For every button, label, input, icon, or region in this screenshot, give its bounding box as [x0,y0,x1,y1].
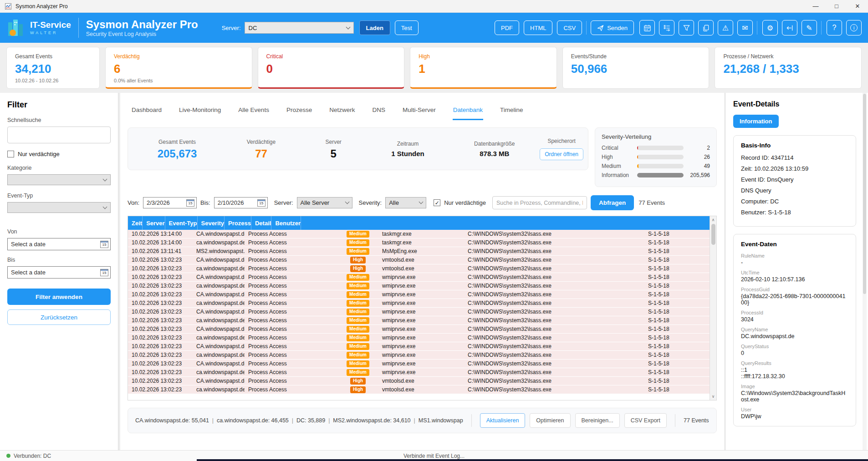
table-row[interactable]: 10.02.2026 13:02:23 CA.windowspapst.de P… [128,377,710,385]
csv-export-button[interactable]: CSV [557,20,582,35]
tab[interactable]: Timeline [500,103,524,120]
table-row[interactable]: 10.02.2026 13:02:23 ca.windowspapst.de P… [128,351,710,360]
cell-server: CA.windowspapst.de [193,326,245,332]
tab[interactable]: Prozesse [286,103,312,120]
table-row[interactable]: 10.02.2026 13:02:23 ca.windowspapst.de P… [128,334,710,342]
from-date-picker[interactable]: Select a date 15 [7,238,111,250]
header-separator [586,21,587,35]
close-button[interactable]: ✕ [847,0,868,12]
stats-row: Gesamt Events 34,210 10.02.26 - 10.02.26… [0,43,868,93]
details-scrollbar[interactable] [863,93,867,450]
table-row[interactable]: 10.02.2026 13:02:23 ca.windowspapst.de P… [128,385,710,394]
search-input[interactable] [492,196,587,209]
table-row[interactable]: 10.02.2026 13:02:23 ca.windowspapst.de P… [128,282,710,290]
mail-button[interactable]: ✉ [737,20,753,35]
info-icon: i [850,24,858,31]
reset-filter-button[interactable]: Zurücksetzen [7,309,111,325]
severity-chart-count: 49 [687,163,710,169]
minimize-button[interactable]: — [805,0,826,12]
category-select[interactable] [7,174,111,185]
task-list-button[interactable] [659,20,674,35]
table-row[interactable]: 10.02.2026 13:02:23 ca.windowspapst.de P… [128,299,710,308]
column-header[interactable]: Detail [251,216,271,230]
table-row[interactable]: 10.02.2026 13:02:23 CA.windowspapst.de P… [128,360,710,368]
table-row[interactable]: 10.02.2026 13:14:00 CA.windowspapst.de P… [128,230,710,238]
cell-benutzer: S-1-5-18 [644,291,710,298]
column-header[interactable]: Benutzer [271,216,301,230]
column-header[interactable]: Severity [198,216,225,230]
cell-severity: Medium [337,369,378,376]
only-suspicious-checkbox[interactable] [7,151,14,157]
pdf-export-button[interactable]: PDF [495,20,519,35]
tab[interactable]: Netzwerk [329,103,355,120]
table-row[interactable]: 10.02.2026 13:02:23 CA.windowspapst.de P… [128,342,710,351]
warning-button[interactable]: ⚠ [718,20,733,35]
cell-severity: Medium [337,231,378,238]
table-row[interactable]: 10.02.2026 13:02:23 CA.windowspapst.de P… [128,273,710,282]
csv-export-footer-button[interactable]: CSV Export [624,413,667,428]
quick-search-input[interactable] [7,127,111,143]
laden-button[interactable]: Laden [359,20,390,35]
help-button[interactable]: ? [827,20,842,35]
return-button[interactable] [782,20,797,35]
tab[interactable]: DNS [372,103,386,120]
settings-button[interactable]: ⚙ [762,20,778,35]
tab[interactable]: Datenbank [453,103,483,120]
column-header[interactable]: Server [143,216,165,230]
apply-filter-button[interactable]: Filter anwenden [7,289,111,305]
server-select[interactable]: DC [245,22,354,34]
stat-subtext [419,78,548,83]
tab[interactable]: Multi-Server [402,103,436,120]
table-row[interactable]: 10.02.2026 13:02:23 ca.windowspapst.de P… [128,264,710,273]
query-only-suspicious-checkbox[interactable]: ✓ [434,199,440,206]
table-row[interactable]: 10.02.2026 13:11:41 MS2.windowspapst.de … [128,247,710,256]
cell-detail: C:\WINDOWS\system32\lsass.exe [464,300,644,306]
about-button[interactable]: i [846,20,862,35]
event-type-select[interactable] [7,202,111,213]
tab[interactable]: Dashboard [131,103,162,120]
query-to-date[interactable]: 2/10/2026 15 [214,197,268,208]
query-server-select[interactable]: Alle Server [297,197,352,208]
copy-button[interactable] [698,20,714,35]
table-row[interactable]: 10.02.2026 13:02:23 CA.windowspapst.de P… [128,256,710,264]
calendar-button[interactable] [639,20,655,35]
scroll-up-icon[interactable]: ∧ [712,218,715,222]
scroll-down-icon[interactable]: ∨ [712,394,715,399]
to-date-picker[interactable]: Select a date 15 [7,266,111,279]
senden-button[interactable]: Senden [591,20,634,35]
table-row[interactable]: 10.02.2026 13:02:23 ca.windowspapst.de P… [128,316,710,325]
open-folder-button[interactable]: Ordner öffnen [540,148,583,160]
table-scrollbar[interactable]: ∧ ∨ [710,216,716,400]
scrollbar-thumb[interactable] [863,94,866,294]
maximize-button[interactable]: □ [826,0,847,12]
tab[interactable]: Live-Monitoring [179,103,221,120]
tab[interactable]: Alle Events [238,103,270,120]
stat-value: 21,268 / 1,333 [723,63,853,75]
column-header[interactable]: Zeit [128,216,143,230]
optimize-button[interactable]: Optimieren [530,413,570,428]
edit-button[interactable]: ✎ [802,20,817,35]
table-row[interactable]: 10.02.2026 13:14:00 ca.windowspapst.de P… [128,238,710,247]
refresh-button[interactable]: Aktualisieren [480,413,526,428]
query-from-date[interactable]: 2/3/2026 15 [143,197,197,208]
server-stat: MS2.windowspapst.de: 34,610 [325,417,410,424]
query-submit-button[interactable]: Abfragen [591,195,634,210]
html-export-button[interactable]: HTML [524,20,552,35]
basis-info-line: Event ID: DnsQuery [741,176,848,183]
table-row[interactable]: 10.02.2026 13:02:23 CA.windowspapst.de P… [128,308,710,316]
question-icon: ? [832,24,837,32]
table-row[interactable]: 10.02.2026 13:02:23 CA.windowspapst.de P… [128,290,710,299]
table-row[interactable]: 10.02.2026 13:02:23 CA.windowspapst.de P… [128,325,710,334]
table-row[interactable]: 10.02.2026 13:02:23 ca.windowspapst.de P… [128,368,710,377]
column-header[interactable]: Prozess [225,216,251,230]
app-icon [5,3,12,10]
test-button[interactable]: Test [395,20,419,35]
logo: IT-Service WALTER [6,18,71,38]
query-severity-select[interactable]: Alle [385,197,426,208]
field-label: User [741,407,848,412]
cleanup-button[interactable]: Bereinigen... [575,413,620,428]
scrollbar-thumb[interactable] [711,224,715,245]
column-header[interactable]: Event-Typ [165,216,198,230]
cell-zeit: 10.02.2026 13:02:23 [128,274,193,280]
filter-button[interactable] [679,20,694,35]
